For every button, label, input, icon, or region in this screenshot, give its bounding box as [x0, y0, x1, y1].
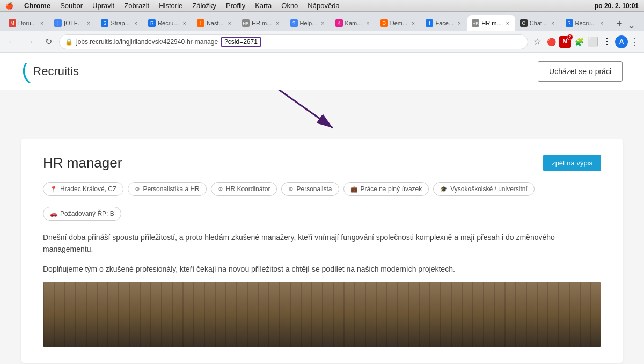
- tab-2[interactable]: ! [OTE... ×: [50, 15, 96, 31]
- tab-close-9[interactable]: ×: [409, 19, 417, 27]
- back-to-list-button[interactable]: zpět na výpis: [543, 155, 601, 171]
- menu-historie[interactable]: Historie: [159, 2, 182, 10]
- refresh-button[interactable]: ↻: [41, 34, 56, 49]
- annotation-area: ) Recruitis Ucházet se o práci: [0, 53, 644, 139]
- ext-badge[interactable]: M 2: [559, 36, 571, 48]
- tab-close-2[interactable]: ×: [85, 19, 92, 27]
- tab-favicon-1: M: [9, 19, 16, 27]
- job-card: HR manager zpět na výpis 📍 Hradec Králov…: [21, 139, 623, 363]
- tab-favicon-11: HR: [472, 19, 479, 27]
- menu-profily[interactable]: Profily: [226, 2, 245, 10]
- license-icon: 🚗: [50, 210, 57, 217]
- menu-napoveda[interactable]: Nápověda: [308, 2, 339, 10]
- tab-5[interactable]: ! Nast... ×: [193, 15, 237, 31]
- chrome-menu-button[interactable]: ⋮: [630, 36, 640, 48]
- tab-close-10[interactable]: ×: [456, 19, 463, 27]
- tag-education-label: Vysokoškolské / universitní: [450, 185, 528, 193]
- tab-favicon-4: R: [148, 19, 156, 27]
- apple-menu[interactable]: 🍎: [5, 2, 13, 10]
- role2-icon: ⚙: [288, 186, 294, 193]
- menu-zalozky[interactable]: Záložky: [192, 2, 216, 10]
- tab-favicon-8: K: [335, 19, 343, 27]
- tab-close-6[interactable]: ×: [274, 19, 281, 27]
- browser-toolbar: ← → ↻ 🔒 jobs.recruitis.io/ingjirilandovs…: [0, 31, 644, 53]
- tag-role-label: HR Koordinátor: [226, 185, 270, 193]
- tab-close-7[interactable]: ×: [319, 19, 326, 27]
- tab-13[interactable]: R Recru... ×: [561, 15, 610, 31]
- tag-field-label: Personalistika a HR: [143, 185, 199, 193]
- tab-label-10: Face...: [435, 20, 453, 26]
- tab-close-8[interactable]: ×: [364, 19, 371, 27]
- job-title: HR manager: [43, 155, 122, 171]
- tab-favicon-2: !: [54, 19, 62, 27]
- tab-close-5[interactable]: ×: [226, 19, 233, 27]
- tab-label-7: Help...: [300, 20, 317, 26]
- tab-label-2: [OTE...: [64, 20, 83, 26]
- tab-close-12[interactable]: ×: [549, 19, 557, 27]
- job-tags-row2: 🚗 Požadovaný ŘP: B: [43, 207, 601, 221]
- job-image: [43, 282, 601, 347]
- tab-close-1[interactable]: ×: [38, 19, 46, 27]
- tag-contract-label: Práce na plný úvazek: [361, 185, 422, 193]
- job-description-1: Dnešní doba přináší spoustu příležitostí…: [43, 231, 601, 256]
- tab-11-active[interactable]: HR HR m... ×: [467, 15, 515, 31]
- logo-icon: ): [20, 60, 31, 83]
- tab-list-button[interactable]: ⌄: [627, 19, 635, 31]
- tab-favicon-3: S: [101, 19, 108, 27]
- tag-education: 🎓 Vysokoškolské / universitní: [433, 182, 535, 196]
- address-bar[interactable]: 🔒 jobs.recruitis.io/ingjirilandovsk/4229…: [59, 34, 528, 49]
- contract-icon: 💼: [350, 186, 358, 193]
- ext-icon-3[interactable]: ⬜: [587, 36, 599, 48]
- menu-zobrazit[interactable]: Zobrazit: [124, 2, 149, 10]
- tab-9[interactable]: D Dem... ×: [376, 15, 421, 31]
- tab-12[interactable]: C Chat... ×: [516, 15, 561, 31]
- tab-10[interactable]: f Face... ×: [421, 15, 467, 31]
- tab-close-4[interactable]: ×: [181, 19, 188, 27]
- tab-close-13[interactable]: ×: [598, 19, 605, 27]
- new-tab-button[interactable]: +: [612, 16, 627, 31]
- tab-close-3[interactable]: ×: [132, 19, 140, 27]
- tab-6[interactable]: HR HR m... ×: [238, 15, 286, 31]
- role-icon: ⚙: [218, 186, 223, 193]
- tab-4[interactable]: R Recru... ×: [144, 15, 192, 31]
- url-base: jobs.recruitis.io/ingjirilandovsk/422940…: [76, 38, 218, 46]
- site-header: ) Recruitis Ucházet se o práci: [0, 53, 644, 90]
- tab-8[interactable]: K Kam... ×: [331, 15, 376, 31]
- forward-button[interactable]: →: [23, 34, 38, 49]
- apply-button[interactable]: Ucházet se o práci: [538, 61, 623, 82]
- system-clock: po 20. 2. 10:01: [595, 2, 639, 10]
- tab-favicon-10: f: [426, 19, 433, 27]
- tab-label-12: Chat...: [530, 20, 547, 26]
- tab-favicon-9: D: [380, 19, 388, 27]
- menu-karta[interactable]: Karta: [255, 2, 272, 10]
- tab-label-3: Strap...: [111, 20, 129, 26]
- bookmark-icon[interactable]: ☆: [531, 36, 543, 48]
- field-icon: ⚙: [135, 186, 140, 193]
- tab-favicon-5: !: [197, 19, 204, 27]
- ext-icon-1[interactable]: 🔴: [545, 36, 557, 48]
- education-icon: 🎓: [440, 186, 448, 193]
- app-name[interactable]: Chrome: [24, 2, 50, 10]
- menu-soubor[interactable]: Soubor: [60, 2, 83, 10]
- page-content: ) Recruitis Ucházet se o práci HR manage…: [0, 53, 644, 364]
- location-icon: 📍: [50, 186, 57, 193]
- ext-icon-4[interactable]: ⋮: [601, 36, 613, 48]
- tab-7[interactable]: ? Help... ×: [286, 15, 331, 31]
- tag-role: ⚙ HR Koordinátor: [211, 182, 277, 196]
- back-button[interactable]: ←: [4, 34, 19, 49]
- tab-label-9: Dem...: [390, 20, 407, 26]
- menu-okno[interactable]: Okno: [281, 2, 298, 10]
- menu-upravit[interactable]: Upravit: [92, 2, 114, 10]
- tab-favicon-6: HR: [242, 19, 250, 27]
- tab-label-6: HR m...: [252, 20, 272, 26]
- tab-3[interactable]: S Strap... ×: [97, 15, 143, 31]
- tab-close-11[interactable]: ×: [504, 19, 511, 27]
- tab-bar: M Doru... × ! [OTE... × S Strap... × R R…: [0, 12, 644, 31]
- ext-icon-2[interactable]: 🧩: [573, 36, 585, 48]
- tab-1[interactable]: M Doru... ×: [4, 15, 49, 31]
- profile-button[interactable]: A: [615, 35, 628, 48]
- tag-role2: ⚙ Personalista: [281, 182, 339, 196]
- tab-favicon-12: C: [520, 19, 528, 27]
- tag-location-label: Hradec Králové, CZ: [60, 185, 116, 193]
- job-tags: 📍 Hradec Králové, CZ ⚙ Personalistika a …: [43, 182, 601, 196]
